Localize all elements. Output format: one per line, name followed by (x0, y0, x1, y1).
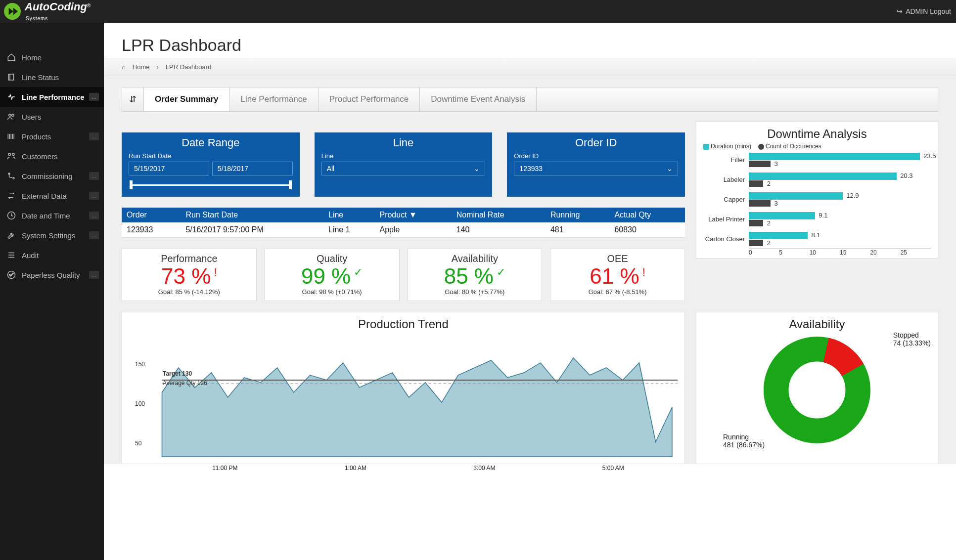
trend-title: Production Trend (129, 317, 678, 331)
home-icon: ⌂ (122, 63, 126, 71)
duration-bar[interactable] (749, 192, 843, 200)
kpi-oee: OEE61 % !Goal: 67 % (-8.51%) (550, 249, 685, 301)
kpi-value: 85 % ✓ (410, 264, 540, 288)
cell: Line 1 (323, 222, 374, 238)
kpi-quality: Quality99 % ✓Goal: 98 % (+0.71%) (265, 249, 400, 301)
count-bar[interactable] (749, 180, 763, 187)
cell: Apple (374, 222, 451, 238)
list-icon (7, 251, 16, 259)
target-label: Target 130 (163, 370, 192, 377)
sidebar-item-label: External Data (22, 192, 67, 200)
count-value: 2 (767, 180, 771, 187)
availability-donut[interactable] (703, 333, 931, 447)
kpi-goal: Goal: 80 % (+5.77%) (410, 288, 540, 296)
duration-bar[interactable] (749, 153, 920, 160)
crumb-home[interactable]: Home (133, 63, 150, 71)
submenu-dots-icon[interactable]: … (89, 212, 99, 219)
col-order[interactable]: Order (122, 208, 181, 222)
axis-tick: 10 (810, 249, 840, 256)
sidebar-item-home[interactable]: Home (0, 47, 104, 67)
count-bar[interactable] (749, 240, 763, 246)
submenu-dots-icon[interactable]: … (89, 172, 99, 180)
date-from-input[interactable]: 5/15/2017 (129, 162, 209, 175)
ytick: 150 (135, 361, 145, 368)
order-select[interactable]: 123933 ⌄ (514, 162, 678, 175)
kpi-value: 99 % ✓ (267, 264, 397, 288)
sidebar-item-products[interactable]: Products… (0, 127, 104, 146)
col-run-start-date[interactable]: Run Start Date (181, 208, 323, 222)
tab-order-summary[interactable]: Order Summary (144, 87, 230, 111)
bar-row: Capper12.93 (703, 189, 931, 209)
col-running[interactable]: Running (546, 208, 609, 222)
sidebar-item-commissioning[interactable]: Commissioning… (0, 166, 104, 186)
kpi-label: OEE (552, 253, 683, 264)
duration-bar[interactable] (749, 232, 808, 239)
kpi-label: Availability (410, 253, 540, 264)
xtick: 11:00 PM (212, 465, 237, 472)
count-bar[interactable] (749, 220, 763, 226)
sidebar-item-audit[interactable]: Audit (0, 245, 104, 265)
count-bar[interactable] (749, 200, 771, 207)
axis-tick: 5 (779, 249, 809, 256)
sidebar-item-paperless-quality[interactable]: Paperless Quality… (0, 265, 104, 285)
duration-value: 20.3 (900, 172, 912, 179)
tab-product-performance[interactable]: Product Performance (319, 87, 420, 111)
submenu-dots-icon[interactable]: … (89, 132, 99, 140)
date-slider[interactable] (130, 184, 292, 186)
cell: 123933 (122, 222, 181, 238)
cell: 481 (546, 222, 609, 238)
duration-bar[interactable] (749, 172, 897, 180)
sidebar-item-line-performance[interactable]: Line Performance… (0, 87, 104, 107)
duration-bar[interactable] (749, 212, 815, 219)
production-trend-panel: Production Trend 150 100 50 Target 130 A… (122, 312, 685, 464)
submenu-dots-icon[interactable]: … (89, 231, 99, 239)
running-value: 481 (86.67%) (723, 441, 765, 449)
breadcrumb: ⌂ Home › LPR Dashboard (104, 58, 956, 76)
col-product[interactable]: Product ▼ (374, 208, 451, 222)
stopped-value: 74 (13.33%) (893, 339, 931, 347)
submenu-dots-icon[interactable]: … (89, 192, 99, 200)
bar-category: Labeler (703, 176, 749, 183)
trend-chart[interactable]: 150 100 50 Target 130 Average Qty 126 11… (129, 333, 678, 462)
kpi-label: Quality (267, 253, 397, 264)
sidebar-item-label: Line Status (22, 73, 59, 82)
sidebar-item-label: Customers (22, 152, 58, 161)
col-line[interactable]: Line (323, 208, 374, 222)
table-row[interactable]: 1239335/16/2017 9:57:00 PMLine 1Apple140… (122, 222, 685, 238)
bar-category: Label Printer (703, 215, 749, 223)
barcode-icon (7, 132, 16, 141)
downtime-legend: Duration (mins) Count of Occurences (703, 143, 931, 150)
date-to-input[interactable]: 5/18/2017 (212, 162, 293, 175)
count-bar[interactable] (749, 161, 771, 167)
logo-icon (4, 3, 21, 20)
logout-button[interactable]: ↪ ADMIN Logout (897, 7, 951, 15)
filter-order-title: Order ID (514, 136, 678, 149)
line-select[interactable]: All ⌄ (321, 162, 486, 175)
tab-line-performance[interactable]: Line Performance (230, 87, 319, 111)
ytick: 50 (135, 440, 141, 447)
branch-icon (7, 172, 16, 180)
kpi-label: Performance (124, 253, 254, 264)
col-actual-qty[interactable]: Actual Qty (609, 208, 685, 222)
cell: 60830 (609, 222, 685, 238)
sidebar-item-customers[interactable]: Customers (0, 146, 104, 166)
sidebar-item-label: System Settings (22, 231, 75, 240)
sidebar-item-external-data[interactable]: External Data… (0, 186, 104, 206)
stopped-label: Stopped (893, 331, 931, 339)
filter-date-title: Date Range (129, 136, 293, 149)
tab-downtime-event[interactable]: Downtime Event Analysis (420, 87, 537, 111)
availability-panel: Availability Stopped 74 (13.33%) (696, 312, 938, 464)
sidebar-item-system-settings[interactable]: System Settings… (0, 225, 104, 245)
sidebar-item-date-and-time[interactable]: Date and Time… (0, 206, 104, 225)
axis-tick: 15 (840, 249, 870, 256)
submenu-dots-icon[interactable]: … (89, 93, 99, 101)
axis-tick: 25 (901, 249, 931, 256)
chevron-down-icon: ⌄ (667, 165, 673, 172)
col-nominal-rate[interactable]: Nominal Rate (452, 208, 546, 222)
sidebar-item-line-status[interactable]: Line Status (0, 67, 104, 87)
filter-order: Order ID Order ID 123933 ⌄ (507, 132, 685, 197)
sort-icon[interactable]: ⇵ (122, 87, 144, 111)
sidebar-item-users[interactable]: Users (0, 107, 104, 127)
submenu-dots-icon[interactable]: … (89, 271, 99, 279)
running-label: Running (723, 433, 765, 441)
